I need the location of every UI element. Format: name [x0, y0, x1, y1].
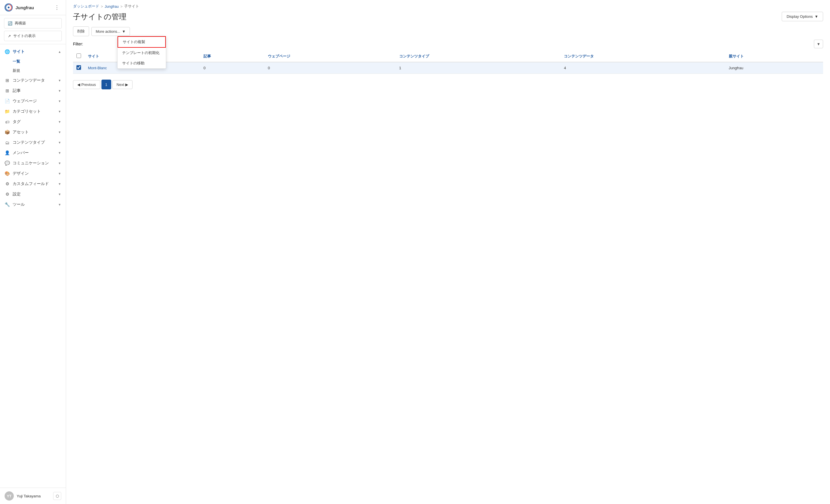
main-content: ダッシュボード > Jungfrau > 子サイト 子サイトの管理 Displa…	[66, 0, 830, 504]
table-header-content-data: コンテンツデータ	[561, 51, 725, 62]
sidebar-item-tag-label: タグ	[13, 119, 21, 124]
sidebar-item-asset[interactable]: 📦 アセット ▼	[0, 127, 66, 137]
content-type-chevron-icon: ▼	[58, 141, 61, 144]
communication-icon: 💬	[5, 161, 10, 166]
pagination: ◀ Previous 1 Next ▶	[66, 74, 830, 95]
sidebar-item-content-data[interactable]: ⊞ コンテンツデータ ▼	[0, 75, 66, 86]
breadcrumb-dashboard[interactable]: ダッシュボード	[73, 4, 99, 9]
sidebar-item-tag[interactable]: 🏷 タグ ▼	[0, 117, 66, 127]
switch-icon: ⬡	[56, 494, 59, 498]
rebuild-icon: 🔄	[8, 21, 12, 26]
dropdown-item-duplicate[interactable]: サイトの複製	[118, 36, 166, 48]
select-all-checkbox[interactable]	[76, 54, 81, 58]
row-content-types-value: 1	[399, 66, 401, 70]
breadcrumb-jungfrau[interactable]: Jungfrau	[105, 5, 119, 9]
dropdown-item-move-site[interactable]: サイトの移動	[118, 58, 166, 68]
page-number-1[interactable]: 1	[101, 80, 111, 89]
sidebar-header: Jungfrau ⋮	[0, 0, 66, 15]
sidebar-item-category-set-label: カテゴリセット	[13, 109, 41, 114]
table-header-article: 記事	[200, 51, 264, 62]
tools-chevron-icon: ▼	[58, 203, 61, 206]
filter-bar: Filter: ▼	[66, 40, 830, 51]
page-title: 子サイトの管理	[73, 12, 126, 22]
dropdown-menu: サイトの複製 テンプレートの初期化 サイトの移動	[117, 36, 166, 69]
sidebar-item-site[interactable]: 🌐 サイト ▲	[0, 46, 66, 57]
delete-button[interactable]: 削除	[73, 26, 89, 36]
rebuild-button[interactable]: 🔄 再構築	[4, 18, 62, 28]
view-site-label: サイトの表示	[13, 33, 36, 38]
article-icon: ⊞	[5, 88, 10, 93]
member-icon: 👤	[5, 150, 10, 155]
tools-icon: 🔧	[5, 202, 10, 207]
sidebar-item-content-data-label: コンテンツデータ	[13, 78, 45, 83]
row-name-link[interactable]: Mont-Blanc	[88, 66, 107, 70]
sidebar-item-communication[interactable]: 💬 コミュニケーション ▼	[0, 158, 66, 168]
table-header-webpage: ウェブページ	[264, 51, 396, 62]
sidebar-item-tools[interactable]: 🔧 ツール ▼	[0, 199, 66, 210]
app-logo: Jungfrau	[5, 3, 34, 11]
sidebar-item-design[interactable]: 🎨 デザイン ▼	[0, 168, 66, 179]
dropdown-item-init-template-label: テンプレートの初期化	[122, 50, 160, 56]
sidebar-item-site-left: 🌐 サイト	[5, 49, 25, 54]
breadcrumb-current: 子サイト	[124, 4, 139, 9]
sidebar-subitem-list[interactable]: 一覧	[0, 57, 66, 66]
sidebar-item-article[interactable]: ⊞ 記事 ▼	[0, 86, 66, 96]
custom-field-chevron-icon: ▼	[58, 182, 61, 186]
filter-label: Filter:	[73, 42, 83, 46]
content-type-icon: 🗂	[5, 140, 10, 145]
content-data-icon: ⊞	[5, 78, 10, 83]
sidebar-more-button[interactable]: ⋮	[53, 4, 61, 11]
sidebar-item-webpage[interactable]: 📄 ウェブページ ▼	[0, 96, 66, 106]
site-chevron-icon: ▲	[58, 50, 61, 54]
more-actions-label: More actions...	[96, 29, 120, 34]
row-articles-cell: 0	[200, 62, 264, 74]
user-name: Yuji Takayama	[17, 494, 41, 498]
sidebar-item-design-label: デザイン	[13, 171, 29, 176]
breadcrumb: ダッシュボード > Jungfrau > 子サイト	[66, 0, 830, 9]
more-actions-arrow-icon: ▼	[122, 29, 126, 34]
sidebar-item-settings[interactable]: ⚙ 設定 ▼	[0, 189, 66, 199]
breadcrumb-sep-1: >	[101, 5, 103, 9]
table-header-parent-site: 親サイト	[725, 51, 823, 62]
delete-label: 削除	[77, 29, 85, 33]
next-button[interactable]: Next ▶	[113, 80, 133, 89]
previous-button[interactable]: ◀ Previous	[73, 80, 100, 89]
custom-field-icon: ⚙	[5, 181, 10, 187]
app-logo-icon	[5, 3, 13, 11]
dropdown-item-init-template[interactable]: テンプレートの初期化	[118, 48, 166, 58]
sites-table: サイト 記事 ウェブページ コンテンツタイプ コンテンツデータ 親サイト Mon…	[73, 51, 823, 74]
next-arrow-icon: ▶	[125, 83, 128, 87]
sidebar-item-article-label: 記事	[13, 88, 21, 93]
row-checkbox[interactable]	[76, 65, 81, 70]
sidebar-subitem-new-label: 新規	[13, 68, 20, 73]
row-parent-site-cell: Jungfrau	[725, 62, 823, 74]
sidebar-item-content-type-label: コンテンツタイプ	[13, 140, 45, 145]
more-actions-button[interactable]: More actions... ▼	[91, 27, 130, 36]
table-header-content-type: コンテンツタイプ	[396, 51, 561, 62]
switch-button[interactable]: ⬡	[53, 492, 61, 500]
sidebar-item-communication-label: コミュニケーション	[13, 161, 49, 166]
user-info: YT Yuji Takayama	[5, 491, 41, 501]
webpage-icon: 📄	[5, 99, 10, 104]
view-site-icon: ↗	[8, 34, 11, 38]
sidebar-item-custom-field[interactable]: ⚙ カスタムフィールド ▼	[0, 179, 66, 189]
webpage-chevron-icon: ▼	[58, 99, 61, 103]
filter-select-button[interactable]: ▼	[814, 40, 823, 48]
sidebar-subitem-new[interactable]: 新規	[0, 66, 66, 75]
table-body: Mont-Blanc 0 0 1 4 Jungfrau	[73, 62, 823, 74]
svg-point-1	[8, 7, 9, 8]
display-options-chevron-icon: ▼	[815, 14, 818, 19]
view-site-button[interactable]: ↗ サイトの表示	[4, 31, 62, 41]
category-set-chevron-icon: ▼	[58, 110, 61, 113]
app-name: Jungfrau	[15, 5, 34, 10]
sidebar-item-content-type[interactable]: 🗂 コンテンツタイプ ▼	[0, 137, 66, 148]
display-options-button[interactable]: Display Options ▼	[782, 12, 823, 21]
sidebar-subitem-list-label: 一覧	[13, 59, 20, 63]
article-chevron-icon: ▼	[58, 89, 61, 93]
row-content-data-value: 4	[564, 66, 566, 70]
sidebar-item-member[interactable]: 👤 メンバー ▼	[0, 148, 66, 158]
communication-chevron-icon: ▼	[58, 161, 61, 165]
table-header: サイト 記事 ウェブページ コンテンツタイプ コンテンツデータ 親サイト	[73, 51, 823, 62]
sidebar-item-category-set[interactable]: 📁 カテゴリセット ▼	[0, 106, 66, 117]
row-parent-site-value: Jungfrau	[729, 66, 743, 70]
